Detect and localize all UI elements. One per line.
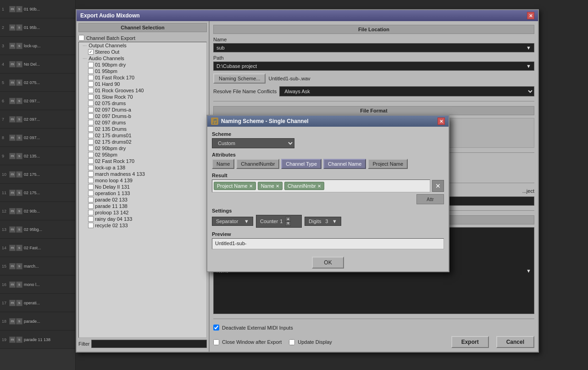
tree-item[interactable]: 02 Fast Rock 170 <box>79 158 206 164</box>
tree-item[interactable]: 02 097 Drums-b <box>79 113 206 119</box>
tree-check[interactable] <box>88 178 94 183</box>
tree-item[interactable]: parade 02 133 <box>79 196 206 203</box>
tree-check[interactable] <box>88 107 94 112</box>
digits-field[interactable]: Digits 3 ▼ <box>305 217 341 226</box>
name-field[interactable]: sub ▼ <box>213 43 534 52</box>
tree-check-stereoout[interactable] <box>88 49 94 55</box>
tree-item[interactable]: 02 175 drums02 <box>79 139 206 145</box>
tree-item[interactable]: 02 90bpm dry <box>79 145 206 151</box>
solo-button[interactable]: s <box>16 245 22 251</box>
solo-button[interactable]: s <box>16 318 22 325</box>
solo-button[interactable]: s <box>16 79 22 86</box>
mute-button[interactable]: m <box>9 24 16 31</box>
counter-up-button[interactable]: ▲ <box>285 217 291 221</box>
tree-item[interactable]: march madness 4 133 <box>79 171 206 177</box>
tree-item[interactable]: 01 Rock Grooves 140 <box>79 87 206 94</box>
tree-item[interactable]: lock-up a 138 <box>79 164 206 171</box>
tree-item[interactable]: proloop 13 142 <box>79 209 206 216</box>
tree-item[interactable]: 02 135 Drums <box>79 126 206 132</box>
tree-item[interactable]: 01 Slow Rock 70 <box>79 94 206 100</box>
mute-button[interactable]: m <box>9 208 16 214</box>
tree-check[interactable] <box>88 152 94 157</box>
mute-button[interactable]: m <box>9 153 16 159</box>
filter-input[interactable] <box>91 340 207 348</box>
tree-item[interactable]: 01 95bpm <box>79 68 206 74</box>
mute-button[interactable]: m <box>9 245 16 251</box>
solo-button[interactable]: s <box>16 263 22 269</box>
mute-button[interactable]: m <box>9 98 16 104</box>
attr-name-button[interactable]: Name <box>212 159 234 169</box>
channel-batch-checkbox[interactable] <box>78 35 84 41</box>
tree-check[interactable] <box>88 197 94 202</box>
path-field[interactable]: D:\Cubase project ▼ <box>213 62 534 71</box>
tree-check[interactable] <box>88 171 94 177</box>
mute-button[interactable]: m <box>9 61 16 67</box>
tree-item[interactable]: 02 097 drums <box>79 119 206 126</box>
mute-button[interactable]: m <box>9 6 16 12</box>
remove-name-icon[interactable]: ✕ <box>276 184 279 189</box>
tree-item[interactable]: parade 11 138 <box>79 203 206 209</box>
tree-check[interactable] <box>88 210 94 215</box>
tree-check[interactable] <box>88 62 94 67</box>
result-tag-channlnmbr[interactable]: ChannlNmbr ✕ <box>284 182 324 190</box>
export-dialog-close-button[interactable]: ✕ <box>527 12 534 19</box>
tree-check[interactable] <box>88 158 94 164</box>
update-display-checkbox[interactable] <box>289 339 295 345</box>
tree-check[interactable] <box>88 88 94 93</box>
solo-button[interactable]: s <box>16 135 22 141</box>
tree-check[interactable] <box>88 139 94 145</box>
tree-item[interactable]: 02 097 Drums-a <box>79 107 206 113</box>
mute-button[interactable]: m <box>9 336 16 343</box>
tree-check[interactable] <box>88 146 94 151</box>
tree-check[interactable] <box>88 203 94 209</box>
tree-item[interactable]: 01 Hard 90 <box>79 81 206 87</box>
mute-button[interactable]: m <box>9 171 16 178</box>
remove-channlnmbr-icon[interactable]: ✕ <box>317 184 321 189</box>
solo-button[interactable]: s <box>16 208 22 214</box>
mute-button[interactable]: m <box>9 79 16 86</box>
tree-check[interactable] <box>88 216 94 222</box>
tree-check[interactable] <box>88 94 94 100</box>
remove-projectname-icon[interactable]: ✕ <box>249 184 253 189</box>
attr-projectname-button[interactable]: Project Name <box>368 159 408 169</box>
tree-check[interactable] <box>88 191 94 196</box>
tree-item[interactable]: 02 175 drums01 <box>79 132 206 139</box>
tree-item[interactable]: operation 1 133 <box>79 190 206 196</box>
tree-item[interactable]: 01 90bpm dry <box>79 62 206 68</box>
mute-button[interactable]: m <box>9 318 16 325</box>
tree-check[interactable] <box>88 101 94 106</box>
counter-down-button[interactable]: ▼ <box>285 221 291 226</box>
tree-check[interactable] <box>88 81 94 87</box>
mute-button[interactable]: m <box>9 43 16 49</box>
result-clear-button[interactable]: ✕ <box>432 180 444 192</box>
tree-check[interactable] <box>88 75 94 80</box>
deactivate-midi-checkbox[interactable] <box>213 325 219 331</box>
tree-item[interactable]: 02 95bpm <box>79 151 206 158</box>
tree-check[interactable] <box>88 184 94 190</box>
tree-item[interactable]: 02 075 drums <box>79 100 206 107</box>
solo-button[interactable]: s <box>16 300 22 306</box>
solo-button[interactable]: s <box>16 153 22 159</box>
naming-scheme-button[interactable]: Naming Scheme... <box>213 73 266 84</box>
cancel-button[interactable]: Cancel <box>496 336 534 348</box>
solo-button[interactable]: s <box>16 116 22 123</box>
solo-button[interactable]: s <box>16 190 22 196</box>
scheme-select[interactable]: Custom <box>212 138 294 148</box>
tree-item[interactable]: 01 Fast Rock 170 <box>79 74 206 81</box>
tree-check[interactable] <box>88 113 94 119</box>
tree-item[interactable]: No Delay II 131 <box>79 184 206 190</box>
solo-button[interactable]: s <box>16 171 22 178</box>
tree-item[interactable]: recycle 02 133 <box>79 222 206 229</box>
separator-field[interactable]: Separator ▼ <box>212 217 253 226</box>
channel-tree[interactable]: ··· Output Channels Stereo Out ··· Audio… <box>78 42 207 338</box>
solo-button[interactable]: s <box>16 61 22 67</box>
close-window-checkbox[interactable] <box>213 339 219 345</box>
attr-channelnumbr-button[interactable]: ChannelNumbr <box>236 159 279 169</box>
mute-button[interactable]: m <box>9 300 16 306</box>
export-button[interactable]: Export <box>451 336 489 348</box>
ok-button[interactable]: OK <box>312 257 344 269</box>
tree-item[interactable]: rainy day 04 133 <box>79 216 206 222</box>
result-tag-projectname[interactable]: Project Name ✕ <box>214 182 256 190</box>
mute-button[interactable]: m <box>9 226 16 233</box>
result-tag-name[interactable]: Name ✕ <box>258 182 283 190</box>
